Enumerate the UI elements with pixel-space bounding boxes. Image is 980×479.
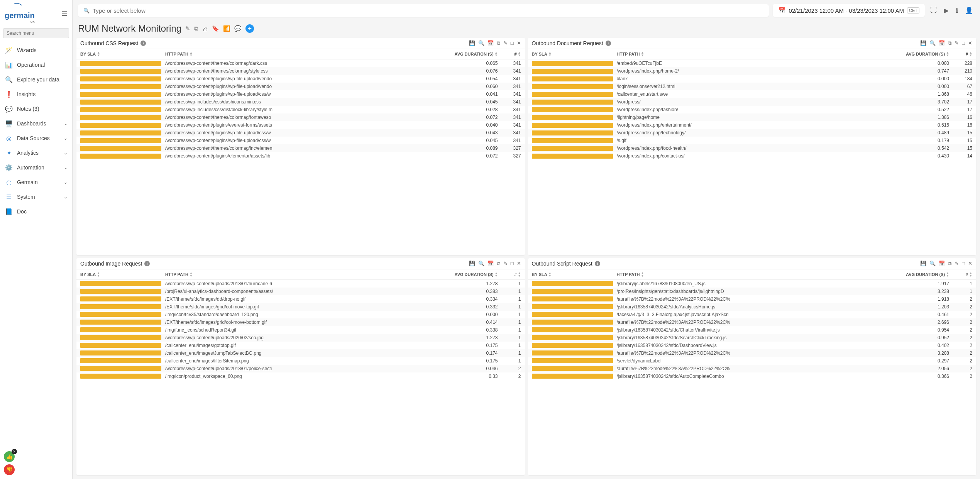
table-row[interactable]: /s.gif0.17915 <box>528 137 977 144</box>
sidebar-item-data-sources[interactable]: ◎Data Sources⌄ <box>0 131 72 146</box>
zoom-icon[interactable]: 🔍 <box>929 261 936 267</box>
table-row[interactable]: /wordpress/wp-content/themes/colormag/st… <box>76 67 525 75</box>
table-row[interactable]: /wordpress/wp-content/plugins/wp-file-up… <box>76 129 525 137</box>
zoom-icon[interactable]: 🔍 <box>929 40 936 46</box>
print-icon[interactable]: 🖨 <box>202 25 208 32</box>
info-icon[interactable]: i <box>606 41 611 46</box>
table-row[interactable]: /EXT/theme/sfdc/images/grid/col-move-top… <box>76 303 525 311</box>
save-icon[interactable]: 💾 <box>469 40 475 46</box>
table-row[interactable]: /callcenter_enu/images/JumpTabSelectBG.p… <box>76 349 525 357</box>
col-count[interactable]: # ▲▼ <box>949 51 972 57</box>
info-icon[interactable]: i <box>144 261 150 266</box>
save-icon[interactable]: 💾 <box>920 40 926 46</box>
info-icon[interactable]: ℹ <box>954 5 960 16</box>
copy-panel-icon[interactable]: ⧉ <box>948 261 951 267</box>
table-row[interactable]: /faces/a4j/g/3_3_3.Finalorg.ajax4jsf.jav… <box>528 311 977 318</box>
table-row[interactable]: /img/func_icons/schedReport34.gif0.3381 <box>76 326 525 334</box>
table-row[interactable]: /wordpress/wp-content/themes/colormag/fo… <box>76 113 525 121</box>
table-row[interactable]: /wordpress/index.php/fashion/0.52217 <box>528 106 977 113</box>
close-panel-icon[interactable]: ✕ <box>517 261 521 267</box>
col-sla[interactable]: BY SLA ▲▼ <box>532 51 617 57</box>
table-row[interactable]: /wordpress/wp-content/uploads/2020/02/se… <box>76 334 525 342</box>
maximize-icon[interactable]: □ <box>962 261 965 267</box>
table-row[interactable]: /wordpress/index.php/contact-us/0.43014 <box>528 152 977 160</box>
table-row[interactable]: /wordpress/wp-includes/css/dist/block-li… <box>76 106 525 113</box>
thumbs-down-button[interactable]: 👎 <box>4 464 15 475</box>
table-row[interactable]: /projRes/ui-analytics-dashboard-componen… <box>76 288 525 295</box>
table-row[interactable]: /aurafile/%7B%22mode%22%3A%22PROD%22%2C%… <box>528 318 977 326</box>
table-row[interactable]: /wordpress/wp-content/plugins/wp-file-up… <box>76 83 525 90</box>
zoom-icon[interactable]: 🔍 <box>478 261 484 267</box>
col-path[interactable]: HTTP PATH ▲▼ <box>165 272 448 277</box>
table-row[interactable]: /projRes/insights/gen/static/dashboards/… <box>528 288 977 295</box>
sidebar-item-explore-your-data[interactable]: 🔍Explore your data <box>0 72 72 87</box>
table-row[interactable]: /jslibrary/1635874030242/sfdc/ChatterVir… <box>528 326 977 334</box>
table-row[interactable]: /embed/9uOETcuFjbE0.000228 <box>528 59 977 67</box>
table-row[interactable]: /wordpress/wp-content/uploads/2018/01/hu… <box>76 280 525 288</box>
col-count[interactable]: # ▲▼ <box>498 51 521 57</box>
col-duration[interactable]: AVG DURATION (S) ▲▼ <box>899 272 949 277</box>
col-path[interactable]: HTTP PATH ▲▼ <box>165 51 448 57</box>
table-row[interactable]: /callcenter_enu/images/filterSitemap.png… <box>76 357 525 365</box>
edit-icon[interactable]: ✎ <box>185 25 190 32</box>
table-row[interactable]: /wordpress/3.70217 <box>528 98 977 106</box>
table-row[interactable]: /servlet/dynamicLabel0.2972 <box>528 357 977 365</box>
info-icon[interactable]: i <box>140 41 146 46</box>
table-row[interactable]: /aurafile/%7B%22mode%22%3A%22PROD%22%2C%… <box>528 295 977 303</box>
table-row[interactable]: /wordpress/wp-content/uploads/2018/01/po… <box>76 365 525 372</box>
table-row[interactable]: /wordpress/wp-content/plugins/wp-file-up… <box>76 90 525 98</box>
table-row[interactable]: /callcenter_enu/start.swe1.86846 <box>528 90 977 98</box>
close-panel-icon[interactable]: ✕ <box>968 261 972 267</box>
schedule-icon[interactable]: 📅 <box>939 261 945 267</box>
table-row[interactable]: /wordpress/index.php/technology/0.48915 <box>528 129 977 137</box>
schedule-icon[interactable]: 📅 <box>487 40 494 46</box>
table-row[interactable]: /callcenter_enu/images/gototop.gif0.1751 <box>76 342 525 349</box>
bookmark-icon[interactable]: 🔖 <box>212 25 219 32</box>
bars-icon[interactable]: 📶 <box>223 25 230 32</box>
save-icon[interactable]: 💾 <box>469 261 475 267</box>
sidebar-item-automation[interactable]: ⚙️Automation⌄ <box>0 160 72 175</box>
edit-panel-icon[interactable]: ✎ <box>503 261 508 267</box>
sidebar-item-dashboards[interactable]: 🖥️Dashboards⌄ <box>0 116 72 131</box>
table-row[interactable]: /wordpress/wp-content/plugins/wp-file-up… <box>76 137 525 144</box>
table-row[interactable]: /login/sessionserver212.html0.00067 <box>528 83 977 90</box>
table-row[interactable]: /aurafile/%7B%22mode%22%3A%22PROD%22%2C%… <box>528 365 977 372</box>
copy-icon[interactable]: ⧉ <box>194 25 198 32</box>
col-sla[interactable]: BY SLA ▲▼ <box>80 272 165 277</box>
col-duration[interactable]: AVG DURATION (S) ▲▼ <box>448 51 498 57</box>
schedule-icon[interactable]: 📅 <box>939 40 945 46</box>
table-row[interactable]: /wordpress/wp-includes/css/dashicons.min… <box>76 98 525 106</box>
sidebar-item-notes-3-[interactable]: 💬Notes (3) <box>0 102 72 116</box>
edit-panel-icon[interactable]: ✎ <box>503 40 508 46</box>
col-sla[interactable]: BY SLA ▲▼ <box>532 272 617 277</box>
add-button[interactable]: + <box>245 24 254 33</box>
sidebar-item-analytics[interactable]: ✦Analytics⌄ <box>0 146 72 160</box>
global-search-input[interactable] <box>93 7 763 14</box>
table-row[interactable]: /aurafile/%7B%22mode%22%3A%22PROD%22%2C%… <box>528 349 977 357</box>
sidebar-item-doc[interactable]: 📘Doc <box>0 204 72 219</box>
col-duration[interactable]: AVG DURATION (S) ▲▼ <box>899 51 949 57</box>
table-row[interactable]: /wordpress/wp-content/plugins/wp-file-up… <box>76 75 525 83</box>
table-row[interactable]: /jslibrary/jslabels/1678390108000/en_US.… <box>528 280 977 288</box>
col-sla[interactable]: BY SLA ▲▼ <box>80 51 165 57</box>
table-row[interactable]: /wordpress/index.php/home-2/0.747210 <box>528 67 977 75</box>
table-row[interactable]: /jslibrary/1635874030242/sfdc/AnalyticsH… <box>528 303 977 311</box>
daterange-picker[interactable]: 📅 02/21/2023 12:00 AM - 03/23/2023 12:00… <box>773 4 925 17</box>
table-row[interactable]: /wordpress/index.php/food-health/0.54215 <box>528 144 977 152</box>
table-row[interactable]: /img/icon/t4v35/standard/dashboard_120.p… <box>76 311 525 318</box>
fullscreen-icon[interactable]: ⛶ <box>929 5 938 16</box>
col-path[interactable]: HTTP PATH ▲▼ <box>617 272 899 277</box>
chat-icon[interactable]: 💬 <box>234 25 242 32</box>
maximize-icon[interactable]: □ <box>511 261 514 267</box>
info-icon[interactable]: i <box>595 261 600 266</box>
edit-panel-icon[interactable]: ✎ <box>955 40 959 46</box>
table-row[interactable]: /jslibrary/1635874030242/sfdc/DashboardV… <box>528 342 977 349</box>
table-row[interactable]: /jslibrary/1635874030242/sfdc/SearchClic… <box>528 334 977 342</box>
col-count[interactable]: # ▲▼ <box>949 272 972 277</box>
maximize-icon[interactable]: □ <box>511 40 514 46</box>
play-icon[interactable]: ▶ <box>942 5 950 16</box>
save-icon[interactable]: 💾 <box>920 261 926 267</box>
table-row[interactable]: /wordpress/wp-content/plugins/everest-fo… <box>76 121 525 129</box>
col-count[interactable]: # ▲▼ <box>498 272 521 277</box>
table-row[interactable]: blank0.000184 <box>528 75 977 83</box>
